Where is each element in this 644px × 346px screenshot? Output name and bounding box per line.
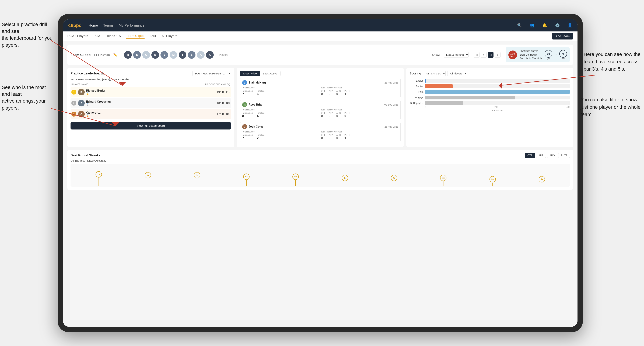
- annotation-right1: Here you can see how theteam have scored…: [584, 51, 640, 73]
- subnav-pgat[interactable]: PGAT Players: [68, 34, 88, 38]
- subnav-pga[interactable]: PGA: [94, 34, 100, 38]
- search-icon[interactable]: 🔍: [517, 23, 522, 28]
- subnav-team-clippd[interactable]: Team Clippd: [126, 34, 144, 39]
- bar-track: 96: [425, 84, 570, 88]
- most-active-header: Most Active Least Active: [240, 71, 400, 76]
- streak-badge: 3x: [490, 176, 496, 182]
- list-view-icon[interactable]: ≡: [481, 52, 486, 58]
- bar-row: D. Bogeys + 131: [410, 101, 570, 105]
- settings-icon[interactable]: ⚙️: [555, 23, 560, 28]
- team-name: Team Clippd: [71, 53, 91, 57]
- streak-dot-group: 5x: [243, 173, 250, 186]
- bar-label: Birdies: [410, 85, 424, 88]
- player-activity-card: R Rees Britt 02 Sep 2023 Total Rounds To…: [240, 100, 400, 120]
- streak-badge: 6x: [194, 172, 200, 178]
- lb-avatar-3: C: [78, 111, 85, 117]
- drill-select[interactable]: PUTT Must Make Putting...: [192, 71, 231, 76]
- main-content: Team Clippd | 14 Players ✏️ R E C B J M …: [63, 41, 578, 327]
- players-label: Players: [219, 53, 228, 56]
- bar-track: 499: [425, 90, 570, 94]
- practice-rounds: Practice 6: [257, 90, 264, 96]
- app-val: APP 0: [329, 90, 333, 96]
- streak-line-element: [443, 181, 444, 186]
- lb-col-score: PB SCORE: [205, 83, 217, 86]
- scoring-header: Scoring Par 3, 4 & 5s All Players: [410, 71, 570, 76]
- arg-filter-btn[interactable]: ARG: [547, 153, 558, 158]
- streak-chart: 7x6x6x5x5x4x4x4x3x3x: [70, 164, 570, 187]
- streak-line-element: [492, 183, 493, 186]
- practice-rounds-3: Practice 2: [257, 134, 264, 140]
- edit-icon[interactable]: ✏️: [113, 53, 117, 57]
- shot-dist: Shot Dist: 16 yds: [520, 49, 542, 53]
- player-name-2: R Rees Britt: [242, 102, 262, 107]
- streak-badge: 4x: [342, 175, 348, 181]
- least-active-toggle[interactable]: Least Active: [260, 71, 280, 76]
- user-avatar-icon[interactable]: 👤: [568, 23, 572, 28]
- most-active-toggle[interactable]: Most Active: [240, 71, 260, 76]
- shot-circles: 16 yds → 0 yds: [544, 50, 567, 60]
- activity-grid-3: Total Rounds Tournament 7 Practice 2: [242, 131, 398, 140]
- most-active-card: Most Active Least Active B Blair McHarg …: [237, 68, 404, 147]
- show-select[interactable]: Last 3 months: [444, 52, 469, 57]
- show-label: Show:: [432, 53, 440, 57]
- bell-icon[interactable]: 🔔: [542, 23, 547, 28]
- chart-axis: 0 200 400: [410, 106, 570, 108]
- streak-line-element: [296, 180, 296, 186]
- practice-activities-section: Total Practice Activities OTT 0 APP 0: [321, 86, 398, 96]
- player-filter-select[interactable]: All Players: [447, 71, 467, 76]
- streak-line-element: [394, 181, 394, 186]
- nav-item-home[interactable]: Home: [89, 23, 98, 27]
- shot-start-lie: Start Lie: Rough: [520, 53, 542, 57]
- putt-val: PUTT 1: [344, 90, 350, 96]
- lb-col-avg: PB AVG SQ: [217, 83, 230, 86]
- putt-filter-btn[interactable]: PUTT: [558, 153, 570, 158]
- streak-dot-group: 3x: [490, 176, 496, 186]
- subnav-tour[interactable]: Tour: [150, 34, 156, 38]
- best-round-streaks-card: Best Round Streaks OTT APP ARG PUTT Off …: [68, 150, 573, 190]
- streak-line-element: [345, 181, 345, 186]
- streak-badge: 6x: [145, 172, 151, 178]
- sort-icon[interactable]: ↕: [495, 52, 500, 58]
- ott-val-2: OTT 0: [321, 112, 325, 118]
- player-activity-card: B Blair McHarg 26 Aug 2023 Total Rounds …: [240, 78, 400, 98]
- grid-view-icon[interactable]: ⊞: [474, 52, 480, 58]
- people-icon[interactable]: 👥: [530, 23, 534, 28]
- nav-item-teams[interactable]: Teams: [103, 23, 114, 27]
- lb-table-header: PLAYER NAME PB SCORE PB AVG SQ: [70, 83, 231, 86]
- subnav-hcaps[interactable]: Hcaps 1-5: [106, 34, 121, 38]
- lb-col-name: PLAYER NAME: [72, 83, 205, 86]
- app-filter-btn[interactable]: APP: [536, 153, 546, 158]
- annotation-left2: See who is the most and leastactive amon…: [2, 84, 54, 111]
- arg-val-3: ARG 0: [336, 134, 341, 140]
- app-logo: clippd: [68, 23, 82, 28]
- bar-fill: [425, 101, 463, 105]
- lb-player-name-1: Richard Butler: [86, 89, 105, 92]
- best-round-title: Best Round Streaks: [70, 154, 100, 157]
- avatar: R: [124, 51, 132, 59]
- ott-filter-btn[interactable]: OTT: [525, 153, 535, 158]
- bar-fill: [425, 96, 515, 99]
- add-team-button[interactable]: Add Team: [552, 33, 573, 39]
- practice-activities-section-2: Total Practice Activities OTT 0 APP 0: [321, 109, 398, 118]
- nav-item-performance[interactable]: My Performance: [119, 23, 144, 27]
- activity-grid-2: Total Rounds Tournament 8 Practice 4: [242, 109, 398, 118]
- shot-connector: →: [554, 53, 558, 57]
- subnav-all-players[interactable]: All Players: [162, 34, 177, 38]
- lb-score-3: 17/20: [217, 113, 224, 116]
- card-view-icon[interactable]: ⊟: [488, 52, 494, 58]
- avatar: J: [160, 51, 168, 59]
- lb-row: 1 R Richard Butler 🥇 19/20 110: [70, 87, 231, 97]
- ott-val-3: OTT 0: [321, 134, 325, 140]
- drill-subtitle: PUTT Must Make Putting (3-6 ft), Last 3 …: [70, 78, 231, 81]
- shot-circle-2: 0: [559, 50, 567, 58]
- avatar: T: [179, 51, 186, 59]
- view-full-leaderboard-button[interactable]: View Full Leaderboard: [70, 122, 231, 130]
- par-filter-select[interactable]: Par 3, 4 & 5s: [423, 71, 446, 76]
- bar-track: 311: [425, 96, 570, 99]
- streak-line-element: [98, 178, 99, 186]
- practice-activities-section-3: Total Practice Activities OTT 0 APP 0: [321, 131, 398, 140]
- avatar: B: [152, 51, 159, 59]
- streak-dot-group: 6x: [145, 172, 151, 186]
- putt-val-2: PUTT 0: [344, 112, 350, 118]
- total-rounds-section-2: Total Rounds Tournament 8 Practice 4: [242, 109, 320, 118]
